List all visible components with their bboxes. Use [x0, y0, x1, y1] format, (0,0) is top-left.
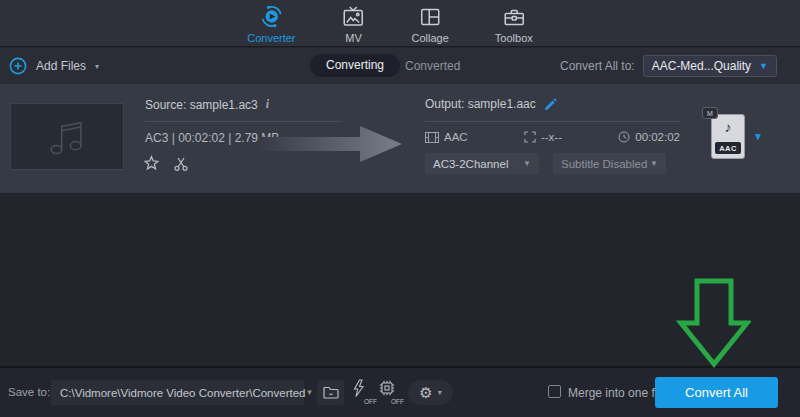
high-speed-off-label: OFF — [364, 398, 377, 405]
high-speed-toggle[interactable]: OFF — [351, 379, 375, 406]
chevron-down-icon: ▼ — [305, 388, 313, 397]
cut-scissors-icon[interactable] — [173, 156, 189, 172]
tab-collage-label: Collage — [412, 32, 449, 44]
merge-checkbox-label: Merge into one file — [568, 386, 667, 400]
clock-icon — [618, 131, 630, 143]
tab-converter[interactable]: Converter — [245, 3, 297, 50]
note-glyph-icon: ♪ — [712, 119, 744, 135]
convert-all-button[interactable]: Convert All — [655, 377, 778, 408]
add-files-label: Add Files — [36, 59, 86, 73]
output-format-file-icon[interactable]: M ♪ AAC — [711, 114, 745, 159]
tab-converter-label: Converter — [247, 32, 295, 44]
output-format-value: AAC — [444, 131, 468, 143]
save-path-select[interactable]: C:\Vidmore\Vidmore Video Converter\Conve… — [51, 380, 304, 405]
info-icon[interactable]: i — [266, 97, 269, 112]
output-resolution-value: --x-- — [541, 131, 562, 143]
converter-icon — [259, 4, 284, 29]
file-list-item: Source: sample1.ac3 i AC3 | 00:02:02 | 2… — [0, 84, 800, 193]
save-path-value: C:\Vidmore\Vidmore Video Converter\Conve… — [60, 387, 305, 399]
convert-direction-arrow — [258, 125, 403, 167]
add-files-button[interactable]: Add Files ▾ — [9, 48, 99, 84]
convert-all-to-label: Convert All to: — [560, 59, 635, 73]
save-to-label: Save to: — [8, 386, 50, 398]
source-filename: Source: sample1.ac3 — [145, 98, 258, 112]
output-divider — [425, 121, 680, 122]
output-duration-value: 00:02:02 — [635, 131, 680, 143]
merge-checkbox[interactable] — [548, 385, 561, 398]
tab-mv[interactable]: MV — [340, 3, 368, 50]
annotation-green-arrow — [671, 278, 751, 372]
add-circle-icon — [9, 57, 27, 75]
audio-track-select[interactable]: AC3-2Channel ▼ — [425, 153, 539, 174]
open-folder-button[interactable] — [317, 380, 344, 405]
toolbar: Add Files ▾ Converting Converted Convert… — [0, 48, 800, 84]
collage-icon — [418, 4, 442, 29]
app-window: Converter MV — [0, 0, 800, 417]
quality-badge: M — [702, 107, 718, 119]
settings-button[interactable]: ⚙ ▾ — [408, 380, 453, 405]
effects-star-icon[interactable] — [143, 155, 160, 172]
gear-icon: ⚙ — [419, 385, 432, 400]
convert-all-to-select[interactable]: AAC-Med...Quality ▼ — [643, 55, 777, 77]
tab-mv-label: MV — [345, 32, 362, 44]
tab-toolbox-label: Toolbox — [495, 32, 533, 44]
convert-all-to-group: Convert All to: AAC-Med...Quality ▼ — [560, 55, 777, 77]
rename-pencil-icon[interactable] — [544, 98, 557, 111]
format-caret-icon[interactable]: ▼ — [753, 131, 763, 142]
settings-caret-icon: ▾ — [438, 388, 442, 397]
hardware-accel-off-label: OFF — [391, 398, 404, 405]
toolbox-icon — [502, 4, 526, 29]
tab-converted[interactable]: Converted — [405, 59, 460, 73]
format-badge-label: AAC — [715, 142, 741, 154]
subtitle-value: Subtitle Disabled — [561, 158, 647, 170]
nav-tabs: Converter MV — [245, 3, 535, 50]
chevron-down-icon: ▼ — [759, 61, 768, 71]
subtitle-select[interactable]: Subtitle Disabled ▼ — [553, 153, 666, 174]
output-filename: Output: sample1.aac — [425, 97, 536, 111]
chevron-down-icon: ▼ — [523, 159, 531, 168]
chevron-down-icon: ▼ — [650, 159, 658, 168]
resolution-icon — [524, 131, 536, 143]
mv-icon — [342, 4, 366, 29]
chip-icon — [378, 379, 396, 397]
top-nav-bar: Converter MV — [0, 0, 800, 47]
file-thumbnail — [10, 103, 124, 170]
audio-track-value: AC3-2Channel — [433, 158, 508, 170]
status-bar: Save to: C:\Vidmore\Vidmore Video Conver… — [0, 366, 800, 417]
folder-icon — [323, 386, 339, 399]
add-files-caret-icon[interactable]: ▾ — [95, 62, 99, 71]
source-divider — [145, 121, 341, 122]
film-icon — [425, 132, 439, 143]
tab-collage[interactable]: Collage — [410, 3, 451, 50]
tab-toolbox[interactable]: Toolbox — [493, 3, 535, 50]
convert-all-to-value: AAC-Med...Quality — [652, 59, 751, 73]
tab-converting[interactable]: Converting — [310, 54, 400, 77]
hardware-accel-toggle[interactable]: OFF — [378, 379, 402, 406]
music-note-icon — [44, 114, 90, 160]
lightning-icon — [351, 379, 366, 398]
